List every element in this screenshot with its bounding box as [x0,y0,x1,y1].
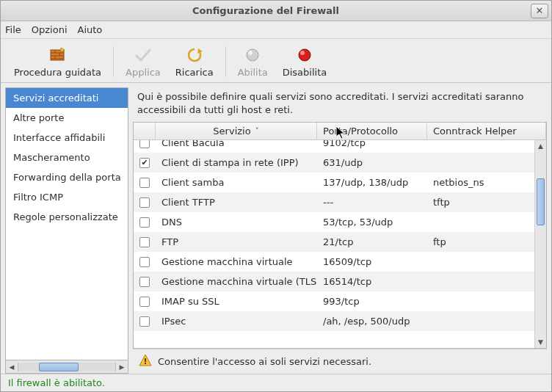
red-dot-icon [294,45,315,65]
table-row[interactable]: IPsec/ah, /esp, 500/udp [134,311,534,331]
reload-button[interactable]: Ricarica [168,45,221,78]
sidebar-horizontal-scrollbar[interactable]: ◀ ▶ [5,360,128,374]
scrollbar-thumb[interactable] [39,363,79,371]
checkbox[interactable] [139,277,150,287]
row-port-cell: /ah, /esp, 500/udp [317,316,427,327]
scroll-right-arrow-icon[interactable]: ▶ [116,360,128,373]
table-row[interactable]: DNS53/tcp, 53/udp [134,212,534,232]
row-service-cell: DNS [156,217,317,228]
menu-file[interactable]: File [5,24,21,35]
scrollbar-thumb[interactable] [537,178,545,225]
table-row[interactable]: Gestione macchina virtuale16509/tcp [134,252,534,272]
checkbox[interactable] [139,197,150,208]
row-service-cell: Client di stampa in rete (IPP) [156,157,317,168]
table-row[interactable]: Client Bacula9102/tcp [134,140,534,153]
table-vertical-scrollbar[interactable]: ▲ ▼ [534,140,546,348]
column-header-label: Porta/Protocollo [323,126,398,137]
firewall-config-window: Configurazione del Firewall ✕ File Opzio… [0,0,552,392]
scrollbar-track[interactable] [18,363,116,371]
row-checkbox-cell[interactable] [134,316,156,327]
sidebar-item-masquerading[interactable]: Mascheramento [6,148,128,167]
svg-rect-15 [145,363,146,364]
column-header-label: Servizio [213,126,250,137]
disable-label: Disabilita [283,67,327,78]
row-checkbox-cell[interactable] [134,237,156,247]
table-row[interactable]: Client TFTP---tftp [134,192,534,212]
column-header-service[interactable]: Servizio ˅ [156,123,317,139]
table-row[interactable]: Gestione macchina virtuale (TLS)16514/tc… [134,272,534,291]
table-row[interactable]: FTP21/tcpftp [134,232,534,252]
sidebar-item-trusted-interfaces[interactable]: Interfacce affidabili [6,128,128,148]
description-text: Qui è possibile definire quali servizi s… [133,87,547,122]
scroll-down-arrow-icon[interactable]: ▼ [535,336,546,348]
row-checkbox-cell[interactable] [134,277,156,287]
row-checkbox-cell[interactable] [134,257,156,267]
svg-point-9 [247,49,258,61]
status-bar: Il firewall è abilitato. [1,374,551,391]
reload-icon [184,45,205,65]
sidebar-item-label: Interfacce affidabili [13,132,105,143]
wizard-button[interactable]: Procedura guidata [7,45,109,78]
row-checkbox-cell[interactable] [134,158,156,168]
firewall-wizard-icon [48,45,68,65]
menu-help[interactable]: Aiuto [78,24,103,35]
column-header-helper[interactable]: Conntrack Helper [427,123,546,139]
row-service-cell: Client TFTP [156,197,317,208]
row-service-cell: Client samba [156,177,317,188]
checkbox[interactable] [139,158,150,168]
column-header-label: Conntrack Helper [433,126,517,137]
warning-triangle-icon [139,354,152,369]
sidebar-item-port-forwarding[interactable]: Forwarding della porta [6,167,128,187]
row-service-cell: Gestione macchina virtuale [156,256,317,267]
row-checkbox-cell[interactable] [134,140,156,148]
sidebar-item-custom-rules[interactable]: Regole personalizzate [6,207,128,227]
wizard-label: Procedura guidata [14,67,101,78]
row-helper-cell: ftp [427,236,534,247]
row-port-cell: 631/udp [317,157,427,168]
row-checkbox-cell[interactable] [134,297,156,307]
row-port-cell: 993/tcp [317,296,427,307]
row-port-cell: 137/udp, 138/udp [317,177,427,188]
table-row[interactable]: Client di stampa in rete (IPP)631/udp [134,153,534,173]
checkbox[interactable] [139,297,150,307]
column-header-checkbox[interactable] [134,123,156,139]
row-port-cell: 53/tcp, 53/udp [317,217,427,228]
table-row[interactable]: Client samba137/udp, 138/udpnetbios_ns [134,173,534,192]
checkbox[interactable] [139,257,150,267]
table-row[interactable]: IMAP su SSL993/tcp [134,291,534,311]
row-checkbox-cell[interactable] [134,178,156,188]
toolbar: Procedura guidata Applica Ricarica Abili… [1,39,551,83]
scroll-left-arrow-icon[interactable]: ◀ [6,360,18,373]
column-header-port[interactable]: Porta/Protocollo [317,123,427,139]
row-port-cell: 16514/tcp [317,276,427,287]
gray-dot-icon [242,45,263,65]
row-checkbox-cell[interactable] [134,197,156,208]
sidebar-item-other-ports[interactable]: Altre porte [6,108,128,128]
scroll-up-arrow-icon[interactable]: ▲ [535,140,546,152]
checkbox[interactable] [139,178,150,188]
scrollbar-track[interactable] [535,152,546,336]
enable-label: Abilita [238,67,268,78]
svg-rect-14 [145,358,146,362]
row-service-cell: IMAP su SSL [156,296,317,307]
row-checkbox-cell[interactable] [134,217,156,228]
close-icon: ✕ [536,5,544,16]
sidebar-item-label: Regole personalizzate [13,211,118,222]
svg-point-12 [300,51,305,55]
services-table: Servizio ˅ Porta/Protocollo Conntrack He… [133,122,547,349]
menu-options[interactable]: Opzioni [32,24,68,35]
row-service-cell: FTP [156,236,317,247]
checkbox[interactable] [139,140,150,148]
close-button[interactable]: ✕ [531,4,548,18]
sidebar-item-icmp-filter[interactable]: Filtro ICMP [6,187,128,207]
disable-button[interactable]: Disabilita [275,45,335,78]
checkbox[interactable] [139,237,150,247]
toolbar-separator [225,46,226,77]
sidebar-item-trusted-services[interactable]: Servizi accreditati [6,88,128,108]
main-pane: Qui è possibile definire quali servizi s… [133,87,547,374]
checkbox[interactable] [139,217,150,228]
sidebar-item-label: Filtro ICMP [13,192,63,203]
checkbox[interactable] [139,316,150,327]
row-port-cell: 21/tcp [317,236,427,247]
row-helper-cell: netbios_ns [427,177,534,188]
